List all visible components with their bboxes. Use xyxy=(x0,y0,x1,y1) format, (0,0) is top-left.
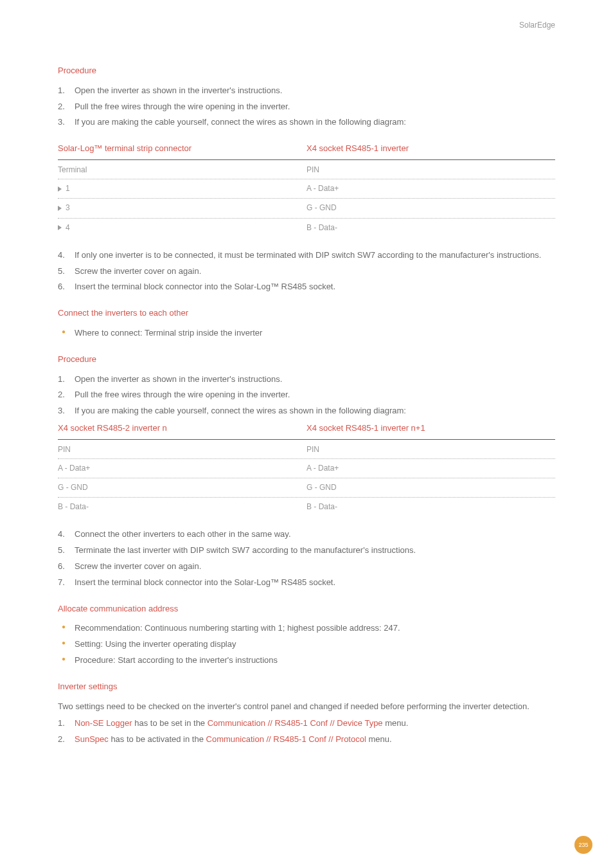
list-item: 2.Pull the free wires through the wire o… xyxy=(58,100,555,114)
list-item: Recommendation: Continuous numbering sta… xyxy=(58,622,555,635)
triangle-icon xyxy=(58,186,62,192)
procedure-1-title: Procedure xyxy=(58,64,555,78)
table-cell: B - Data- xyxy=(306,501,555,513)
list-text: Open the inverter as shown in the invert… xyxy=(75,86,282,95)
table-sub-cell: PIN xyxy=(306,164,555,176)
list-item: 6.Insert the terminal block connector in… xyxy=(58,280,555,294)
table-head-cell: X4 socket RS485-2 inverter n xyxy=(58,422,306,435)
terminal-table-2: X4 socket RS485-2 inverter n X4 socket R… xyxy=(58,422,555,517)
list-item: 1.Open the inverter as shown in the inve… xyxy=(58,84,555,98)
table-sub-cell: PIN xyxy=(58,444,306,456)
table-sub-cell: PIN xyxy=(306,444,555,456)
allocate-address-list: Recommendation: Continuous numbering sta… xyxy=(58,622,555,667)
table-cell: 1 xyxy=(58,183,306,195)
table-cell: G - GND xyxy=(306,202,555,214)
procedure-2b-list: 4.Connect the other inverters to each ot… xyxy=(58,528,555,589)
table-header: Solar-Log™ terminal strip connector X4 s… xyxy=(58,142,555,160)
list-text: Screw the inverter cover on again. xyxy=(75,266,201,276)
list-item: 4.If only one inverter is to be connecte… xyxy=(58,249,555,262)
setting-text: menu. xyxy=(383,718,409,728)
setting-value: SunSpec xyxy=(75,734,109,744)
list-item: 2.Pull the free wires through the wire o… xyxy=(58,388,555,402)
setting-value: Non-SE Logger xyxy=(75,718,132,728)
list-text: Open the inverter as shown in the invert… xyxy=(75,374,282,384)
menu-path: Communication // RS485-1 Conf // Device … xyxy=(208,718,383,728)
inverter-settings-list: 1.Non-SE Logger has to be set in the Com… xyxy=(58,717,555,746)
list-item: 3.If you are making the cable yourself, … xyxy=(58,404,555,418)
inverter-settings-title: Inverter settings xyxy=(58,680,555,694)
table-subheader: Terminal PIN xyxy=(58,160,555,179)
table-cell: G - GND xyxy=(306,482,555,494)
table-row: A - Data+ A - Data+ xyxy=(58,459,555,478)
inverter-settings-intro: Two settings need to be checked on the i… xyxy=(58,700,555,714)
table-row: 4 B - Data- xyxy=(58,219,555,237)
list-text: If you are making the cable yourself, co… xyxy=(75,117,406,127)
list-text: Procedure: Start according to the invert… xyxy=(75,655,278,665)
list-text: If you are making the cable yourself, co… xyxy=(75,406,406,415)
list-text: Terminate the last inverter with DIP swi… xyxy=(75,545,416,555)
table-cell: B - Data- xyxy=(306,222,555,234)
list-item: Where to connect: Terminal strip inside … xyxy=(58,327,555,340)
table-cell: 4 xyxy=(58,222,306,234)
list-item: 6.Screw the inverter cover on again. xyxy=(58,560,555,574)
list-item: 5.Screw the inverter cover on again. xyxy=(58,265,555,278)
list-item: Setting: Using the inverter operating di… xyxy=(58,638,555,651)
list-item: Procedure: Start according to the invert… xyxy=(58,654,555,667)
list-text: Recommendation: Continuous numbering sta… xyxy=(75,623,400,633)
procedure-1-list: 1.Open the inverter as shown in the inve… xyxy=(58,84,555,129)
list-text: Pull the free wires through the wire ope… xyxy=(75,102,290,111)
list-item: 3.If you are making the cable yourself, … xyxy=(58,116,555,129)
table-subheader: PIN PIN xyxy=(58,440,555,459)
table-cell: G - GND xyxy=(58,482,306,494)
page-number-badge: 235 xyxy=(574,836,592,854)
table-head-cell: X4 socket RS485-1 inverter xyxy=(306,142,555,156)
list-text: Screw the inverter cover on again. xyxy=(75,561,201,571)
list-item: 1.Open the inverter as shown in the inve… xyxy=(58,373,555,386)
table-cell: 3 xyxy=(58,202,306,214)
list-item: 4.Connect the other inverters to each ot… xyxy=(58,528,555,541)
table-cell: B - Data- xyxy=(58,501,306,513)
table-cell: A - Data+ xyxy=(306,183,555,195)
table-row: 1 A - Data+ xyxy=(58,179,555,199)
list-text: Insert the terminal block connector into… xyxy=(75,282,335,291)
list-text: Pull the free wires through the wire ope… xyxy=(75,390,290,399)
terminal-table-1: Solar-Log™ terminal strip connector X4 s… xyxy=(58,142,555,237)
list-item: 2.SunSpec has to be activated in the Com… xyxy=(58,733,555,746)
list-text: Setting: Using the inverter operating di… xyxy=(75,639,236,649)
triangle-icon xyxy=(58,206,62,211)
list-text: Insert the terminal block connector into… xyxy=(75,577,335,587)
allocate-address-title: Allocate communication address xyxy=(58,602,555,616)
procedure-1b-list: 4.If only one inverter is to be connecte… xyxy=(58,249,555,294)
list-item: 5.Terminate the last inverter with DIP s… xyxy=(58,544,555,557)
header-brand: SolarEdge xyxy=(519,19,555,32)
table-header: X4 socket RS485-2 inverter n X4 socket R… xyxy=(58,422,555,440)
table-cell: A - Data+ xyxy=(306,462,555,475)
main-content: Procedure 1.Open the inverter as shown i… xyxy=(58,64,555,746)
connect-inverters-title: Connect the inverters to each other xyxy=(58,307,555,320)
menu-path: Communication // RS485-1 Conf // Protoco… xyxy=(206,734,366,744)
list-item: 1.Non-SE Logger has to be set in the Com… xyxy=(58,717,555,730)
list-text: If only one inverter is to be connected,… xyxy=(75,250,541,260)
table-sub-cell: Terminal xyxy=(58,164,306,176)
procedure-2-list: 1.Open the inverter as shown in the inve… xyxy=(58,373,555,418)
setting-text: has to be activated in the xyxy=(109,734,206,744)
setting-text: has to be set in the xyxy=(132,718,208,728)
table-head-cell: X4 socket RS485-1 inverter n+1 xyxy=(306,422,555,435)
procedure-2-title: Procedure xyxy=(58,353,555,366)
table-row: B - Data- B - Data- xyxy=(58,498,555,516)
list-item: 7.Insert the terminal block connector in… xyxy=(58,576,555,590)
list-text: Where to connect: Terminal strip inside … xyxy=(75,328,262,338)
list-text: Connect the other inverters to each othe… xyxy=(75,529,291,539)
setting-text: menu. xyxy=(366,734,392,744)
table-head-cell: Solar-Log™ terminal strip connector xyxy=(58,142,306,156)
table-cell: A - Data+ xyxy=(58,462,306,475)
triangle-icon xyxy=(58,225,62,230)
connect-inverters-list: Where to connect: Terminal strip inside … xyxy=(58,327,555,340)
table-row: G - GND G - GND xyxy=(58,478,555,498)
table-row: 3 G - GND xyxy=(58,199,555,218)
